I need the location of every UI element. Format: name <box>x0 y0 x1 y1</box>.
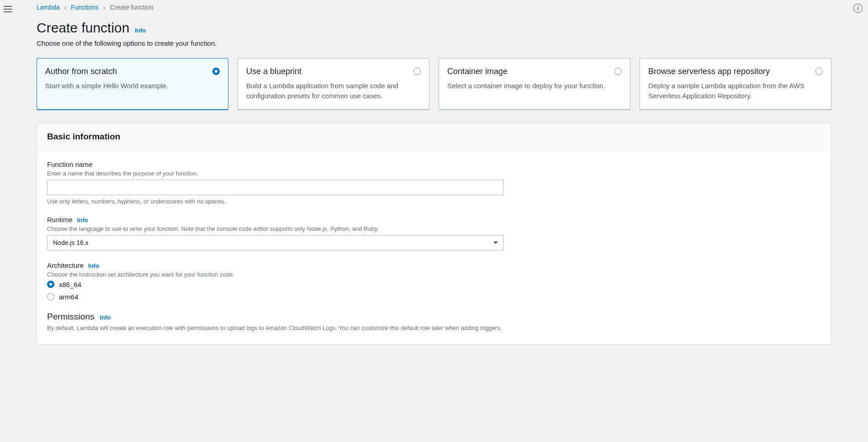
option-title: Use a blueprint <box>246 67 421 76</box>
runtime-value: Node.js 16.x <box>53 239 89 246</box>
menu-toggle-icon[interactable] <box>4 4 15 15</box>
architecture-x86-radio[interactable]: x86_64 <box>47 281 821 288</box>
function-name-constraint: Use only letters, numbers, hyphens, or u… <box>47 198 821 205</box>
radio-icon <box>413 68 421 75</box>
architecture-label: Architecture <box>47 261 84 269</box>
option-author-from-scratch[interactable]: Author from scratch Start with a simple … <box>37 58 228 110</box>
basic-information-panel: Basic information Function name Enter a … <box>37 123 831 345</box>
page-description: Choose one of the following options to c… <box>37 39 831 47</box>
caret-down-icon <box>493 241 498 244</box>
info-icon[interactable]: i <box>853 4 863 13</box>
permissions-label: Permissions <box>47 312 94 322</box>
breadcrumb-functions[interactable]: Functions <box>71 4 99 11</box>
function-name-label: Function name <box>47 160 92 168</box>
runtime-select[interactable]: Node.js 16.x <box>47 235 504 250</box>
chevron-right-icon: › <box>64 4 67 11</box>
function-name-input[interactable] <box>47 180 504 195</box>
permissions-helper: By default, Lambda will create an execut… <box>47 325 821 331</box>
breadcrumb: Lambda › Functions › Create function <box>37 4 831 11</box>
radio-icon <box>815 68 823 75</box>
function-name-helper: Enter a name that describes the purpose … <box>47 170 821 177</box>
option-desc: Start with a simple Hello World example. <box>45 81 220 91</box>
option-title: Author from scratch <box>45 67 220 76</box>
option-use-blueprint[interactable]: Use a blueprint Build a Lambda applicati… <box>238 58 429 110</box>
architecture-info-link[interactable]: Info <box>88 262 99 269</box>
option-container-image[interactable]: Container image Select a container image… <box>439 58 630 110</box>
breadcrumb-lambda[interactable]: Lambda <box>37 4 60 11</box>
info-link[interactable]: Info <box>135 27 146 34</box>
architecture-x86-label: x86_64 <box>59 281 81 288</box>
runtime-helper: Choose the language to use to write your… <box>47 225 821 232</box>
option-desc: Select a container image to deploy for y… <box>447 81 622 91</box>
option-desc: Deploy a sample Lambda application from … <box>648 81 823 101</box>
option-desc: Build a Lambda application from sample c… <box>246 81 421 101</box>
radio-icon <box>614 68 622 75</box>
radio-icon <box>212 68 220 75</box>
architecture-helper: Choose the instruction set architecture … <box>47 271 821 278</box>
option-title: Container image <box>447 67 622 76</box>
breadcrumb-current: Create function <box>110 4 153 11</box>
option-title: Browse serverless app repository <box>648 67 823 76</box>
panel-title: Basic information <box>47 132 821 142</box>
permissions-info-link[interactable]: Info <box>100 314 111 321</box>
runtime-label: Runtime <box>47 216 73 224</box>
radio-icon <box>47 293 54 300</box>
option-serverless-repo[interactable]: Browse serverless app repository Deploy … <box>640 58 831 110</box>
chevron-right-icon: › <box>103 4 106 11</box>
radio-icon <box>47 281 54 288</box>
architecture-arm64-radio[interactable]: arm64 <box>47 293 821 301</box>
runtime-info-link[interactable]: Info <box>77 217 88 224</box>
page-title: Create function <box>37 20 129 36</box>
architecture-arm64-label: arm64 <box>59 293 79 301</box>
